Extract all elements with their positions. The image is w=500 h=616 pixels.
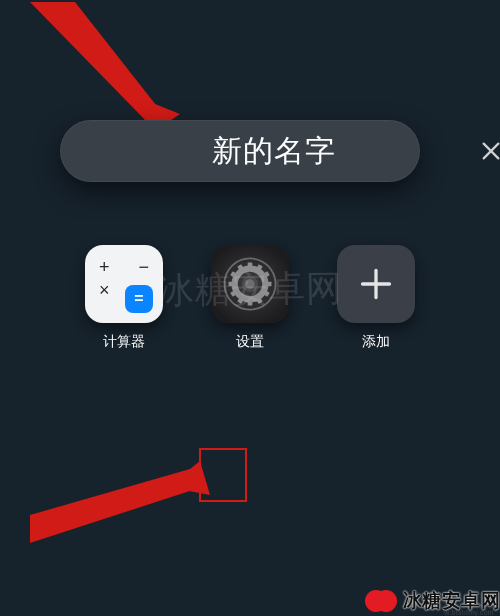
plus-icon <box>337 245 415 323</box>
app-label: 添加 <box>362 333 390 351</box>
clear-name-button[interactable] <box>480 136 500 166</box>
svg-marker-1 <box>30 2 163 124</box>
app-label: 设置 <box>236 333 264 351</box>
app-add[interactable]: 添加 <box>334 245 418 351</box>
folder-name-input[interactable] <box>84 134 464 168</box>
close-icon <box>480 140 500 162</box>
logo-mark-icon <box>365 588 397 614</box>
app-calculator[interactable]: + − × = 计算器 <box>82 245 166 351</box>
svg-marker-11 <box>30 469 196 543</box>
folder-name-capsule[interactable] <box>60 120 420 182</box>
site-watermark-logo: 冰糖安卓网 w.btxtdmy.com <box>365 588 501 614</box>
app-label: 计算器 <box>103 333 145 351</box>
calculator-icon: + − × = <box>85 245 163 323</box>
folder-apps-row: + − × = 计算器 <box>0 245 500 351</box>
svg-rect-5 <box>248 263 253 269</box>
app-settings[interactable]: 设置 <box>208 245 292 351</box>
highlight-box <box>199 448 247 502</box>
logo-domain: w.btxtdmy.com <box>444 609 494 616</box>
annotation-arrow-bottom <box>30 445 210 555</box>
settings-gear-icon <box>211 245 289 323</box>
svg-point-7 <box>245 279 254 288</box>
